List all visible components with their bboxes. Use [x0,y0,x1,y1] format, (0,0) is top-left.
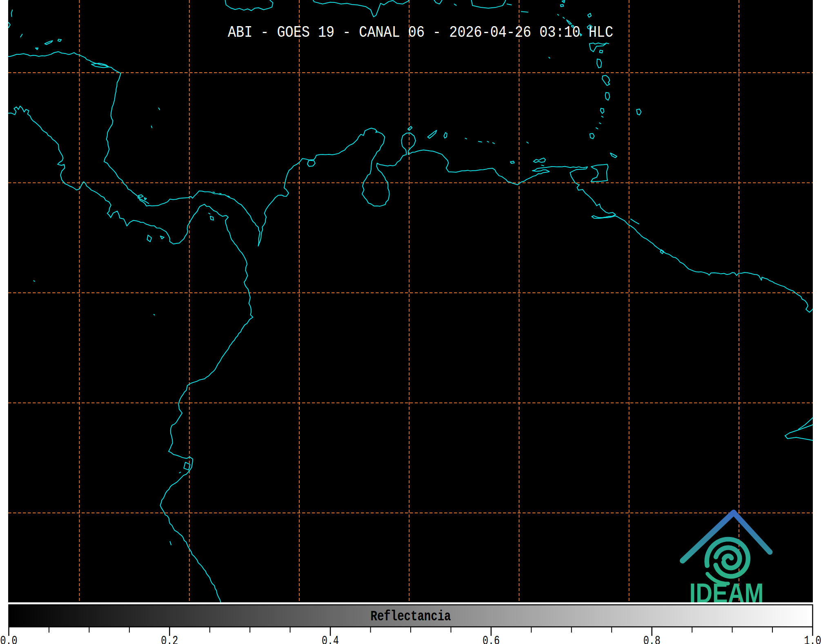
svg-text:0.8: 0.8 [643,633,661,644]
svg-text:Reflectancia: Reflectancia [371,608,451,625]
svg-text:0.4: 0.4 [322,633,339,644]
svg-text:1.0: 1.0 [804,633,821,644]
svg-text:0.6: 0.6 [483,633,500,644]
svg-text:0.2: 0.2 [161,633,178,644]
svg-text:0.0: 0.0 [0,633,18,644]
svg-text:ABI - GOES 19 - CANAL 06 - 202: ABI - GOES 19 - CANAL 06 - 2026-04-26 03… [228,23,613,42]
